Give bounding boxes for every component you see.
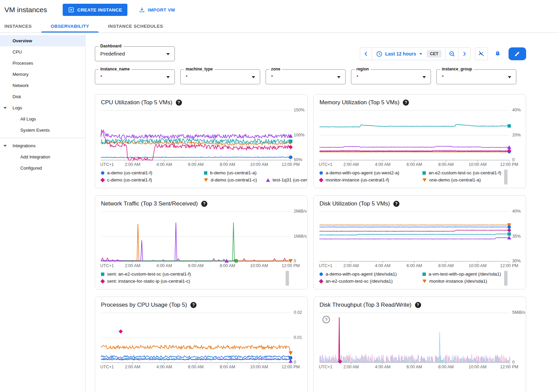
sidebar-item-cpu[interactable]: CPU — [0, 46, 85, 58]
circle-marker-icon — [101, 171, 104, 175]
filter-select-instance-name[interactable]: instance_name* — [95, 69, 175, 84]
legend-item[interactable]: monitor-instance (us-central1-f) — [319, 177, 414, 182]
legend-item[interactable]: a-demo (us-central1-f) — [101, 170, 195, 175]
plot-svg[interactable] — [100, 310, 296, 366]
chevron-right-icon — [462, 51, 467, 57]
chart-card-network-traffic-top-3-sent-received: Network Traffic (Top 3 Sent/Received)?2M… — [95, 195, 308, 289]
x-axis-label: 8:00 AM — [432, 263, 460, 268]
bell-plus-icon — [494, 50, 501, 58]
sidebar-item-memory[interactable]: Memory — [0, 69, 85, 80]
sidebar-item-logs[interactable]: Logs — [0, 102, 85, 113]
zoom-out-button[interactable] — [446, 48, 459, 60]
legend-label: a-demo-with-ops-agent (us-west2-a) — [326, 170, 399, 175]
help-icon[interactable]: ? — [176, 100, 182, 106]
time-forward-button[interactable] — [459, 48, 470, 60]
sidebar-item-network[interactable]: Network — [0, 80, 85, 91]
import-vm-button[interactable]: IMPORT VM — [137, 6, 177, 13]
square-marker-icon — [508, 232, 511, 236]
square-marker-icon — [422, 273, 426, 276]
sidebar-item-configured[interactable]: Configured — [0, 162, 85, 174]
sidebar-item-disk[interactable]: Disk — [0, 91, 85, 102]
time-range-button[interactable]: Last 12 hours CET — [372, 48, 446, 60]
sidebar-item-overview[interactable]: Overview — [0, 35, 85, 46]
tab-bar: INSTANCESOBSERVABILITYINSTANCE SCHEDULES — [0, 20, 559, 33]
help-icon[interactable]: ? — [393, 201, 399, 207]
edit-dashboard-button[interactable] — [509, 47, 526, 60]
legend-label: test-1q31 (us-central1-a) — [273, 177, 308, 182]
clock-icon — [376, 51, 382, 57]
filter-select-machine-type[interactable]: machine_type* — [180, 69, 260, 84]
x-axis-label: 4:00 AM — [150, 365, 179, 369]
x-axis-label: 10:00 AM — [463, 263, 492, 268]
chart-legend: a-demo-with-ops-agent (/dev/sda1)a-vm-te… — [319, 271, 512, 286]
filter-select-zone[interactable]: zone* — [266, 69, 346, 84]
y-axis-label: 30% — [512, 259, 521, 263]
tab-instance-schedules[interactable]: INSTANCE SCHEDULES — [99, 20, 172, 32]
plot-svg[interactable] — [319, 108, 515, 164]
y-axis-label: 0.01 — [294, 335, 302, 340]
plot-svg[interactable] — [319, 310, 515, 366]
y-axis-label: 20% — [512, 133, 521, 137]
x-axis-labels: UTC+12:00 AM4:00 AM6:00 AM8:00 AM10:00 A… — [100, 263, 296, 269]
plot-svg[interactable] — [319, 209, 515, 265]
legend-item[interactable]: a-demo-with-ops-agent (/dev/sda1) — [319, 271, 414, 277]
filter-select-instance-group[interactable]: instance_group* — [436, 69, 516, 84]
legend-label: d-demo (us-central1-c) — [211, 177, 257, 182]
x-axis-label: 6:00 AM — [400, 365, 429, 369]
filter-value: * — [100, 70, 102, 84]
help-outline-icon[interactable]: ? — [323, 316, 330, 323]
legend-item[interactable]: one-demo (us-central1-a) — [422, 177, 481, 182]
legend-item[interactable]: b-demo (us-central1-a) — [204, 170, 256, 175]
sidebar-item-all-logs[interactable]: All Logs — [0, 113, 85, 125]
x-axis-label: 8:00 AM — [432, 162, 460, 167]
help-icon[interactable]: ? — [190, 302, 196, 308]
legend-item[interactable]: monitor-instance (/dev/sda1) — [422, 279, 487, 284]
sidebar-divider — [0, 138, 85, 138]
dashboard-select[interactable]: Dashboard Predefined — [95, 46, 175, 61]
create-instance-button[interactable]: CREATE INSTANCE — [63, 4, 127, 16]
legend-item[interactable]: sent: instance-for-static-ip (us-central… — [101, 279, 195, 284]
legend-scrollbar[interactable] — [504, 271, 508, 286]
filter-select-region[interactable]: region* — [351, 69, 431, 84]
x-axis-label: 10:00 AM — [245, 263, 273, 268]
legend-scrollbar[interactable] — [286, 271, 289, 286]
legend-item[interactable]: an-e2-custom-test-sc (us-central1-f) — [422, 170, 501, 175]
circle-marker-icon — [289, 356, 292, 360]
sidebar-item-system-events[interactable]: System Events — [0, 125, 85, 136]
add-alert-button[interactable] — [492, 47, 503, 60]
tab-observability[interactable]: OBSERVABILITY — [41, 20, 99, 32]
help-icon[interactable]: ? — [201, 201, 207, 207]
x-axis-label: 10:00 AM — [463, 365, 492, 369]
chart-visibility-toggle-button[interactable] — [475, 47, 488, 60]
chart-legend: sent: an-e2-custom-test-sc (us-central1-… — [101, 271, 294, 286]
triangle-down-marker-icon — [289, 351, 293, 355]
sidebar-item-integrations[interactable]: Integrations — [0, 140, 85, 151]
tab-instances[interactable]: INSTANCES — [4, 20, 41, 32]
help-icon[interactable]: ? — [403, 100, 409, 106]
legend-item[interactable]: sent: an-e2-custom-test-sc (us-central1-… — [101, 271, 195, 277]
sidebar-item-label: Logs — [13, 105, 22, 110]
filter-label: instance_group — [440, 67, 474, 71]
legend-item[interactable]: a-demo-with-ops-agent (us-west2-a) — [319, 170, 414, 175]
legend-item[interactable]: a-vm-test-with-op-agent (/dev/sda1) — [422, 271, 501, 277]
x-axis-labels: UTC+12:00 AM4:00 AM6:00 AM8:00 AM10:00 A… — [319, 365, 515, 370]
plot-svg[interactable] — [100, 108, 296, 164]
legend-scrollbar[interactable] — [504, 170, 508, 184]
diamond-marker-icon — [507, 228, 511, 232]
legend-item[interactable]: test-1q31 (us-central1-a) — [266, 177, 308, 182]
legend-item[interactable]: an-e2-custom-test-sc (/dev/sda1) — [319, 279, 414, 284]
time-back-button[interactable] — [360, 48, 372, 60]
y-axis-label: 35% — [512, 234, 521, 239]
circle-marker-icon — [319, 171, 323, 175]
x-axis-label: 6:00 AM — [400, 162, 429, 167]
x-axis-label: 2:00 AM — [337, 162, 365, 167]
legend-item[interactable]: d-demo (us-central1-c) — [204, 177, 257, 182]
help-icon[interactable]: ? — [415, 302, 421, 308]
legend-label: a-demo-with-ops-agent (/dev/sda1) — [326, 271, 397, 277]
sidebar-item-processes[interactable]: Processes — [0, 58, 85, 69]
legend-item[interactable]: c-demo (us-central1-f) — [101, 177, 195, 182]
x-axis-label: 6:00 AM — [400, 263, 429, 268]
y-axis-label: 5MiB/s — [512, 310, 525, 315]
plot-svg[interactable] — [100, 209, 296, 265]
sidebar-item-add-integration[interactable]: Add Integration — [0, 151, 85, 162]
